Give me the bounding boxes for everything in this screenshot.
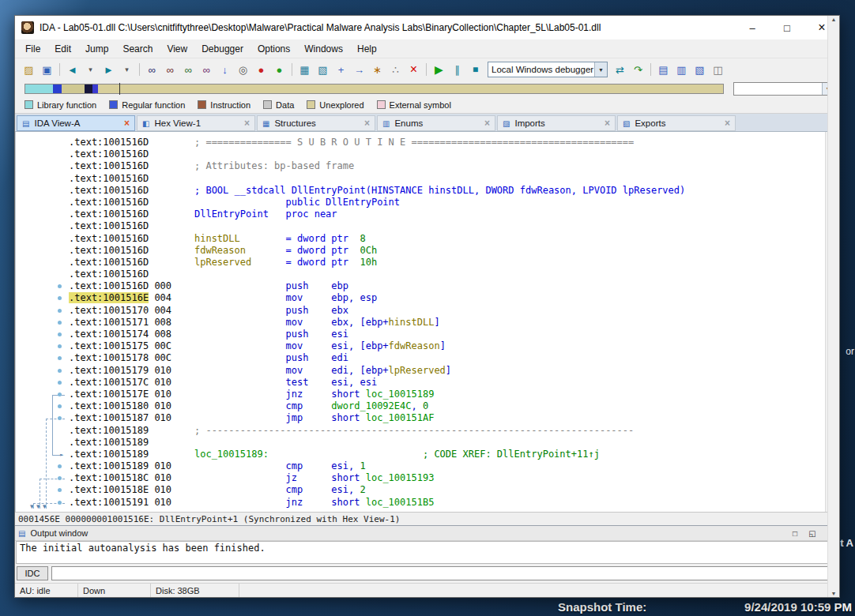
trace-stop-icon[interactable]: ● <box>253 62 269 77</box>
disasm-line[interactable]: .text:1001516D ; Attributes: bp-based fr… <box>16 160 825 172</box>
produce-output-icon[interactable]: ∴ <box>387 62 404 77</box>
tab-ida-view-a[interactable]: ▤IDA View-A× <box>17 115 135 131</box>
edit-function-icon[interactable]: ▧ <box>315 62 331 77</box>
idc-command-input[interactable] <box>51 566 838 580</box>
colorize-icon[interactable]: ∗ <box>369 62 386 77</box>
menu-edit[interactable]: Edit <box>47 41 78 57</box>
navigation-band[interactable] <box>24 84 724 94</box>
disasm-line[interactable]: .text:1001516D hinstDLL = dword ptr 8 <box>16 233 825 245</box>
add-xref-icon[interactable]: + <box>333 62 349 77</box>
dock-button[interactable]: □ <box>789 529 801 538</box>
output-maximize-button[interactable]: ◱ <box>806 529 819 538</box>
disasm-line[interactable]: .text:1001516D <box>16 220 825 232</box>
tab-close-icon[interactable]: × <box>124 118 130 129</box>
disasm-line[interactable]: .text:1001516D ; BOOL __stdcall DllEntry… <box>16 185 825 197</box>
disasm-line[interactable]: .text:1001516D fdwReason = dword ptr 0Ch <box>16 245 825 257</box>
tab-imports[interactable]: ▨Imports× <box>497 115 616 131</box>
scroll-up-icon[interactable]: ▲ <box>831 17 837 22</box>
search-data-icon[interactable]: ∞ <box>162 62 179 77</box>
disasm-line[interactable]: .text:10015171 008 mov ebx, [ebp+hinstDL… <box>16 317 825 329</box>
disassembly-view[interactable]: ►▼▼▼ .text:1001516D ; =============== S … <box>15 132 839 512</box>
search-unexplored-icon[interactable]: ∞ <box>198 62 215 77</box>
save-file-icon[interactable]: ▣ <box>39 62 55 77</box>
disasm-line[interactable]: .text:1001516D DllEntryPoint proc near <box>16 208 825 220</box>
tab-hex-view-1[interactable]: ◧Hex View-1× <box>137 115 255 131</box>
disasm-line[interactable]: .text:1001518E 010 cmp esi, 2 <box>16 484 825 496</box>
disasm-line[interactable]: .text:10015170 004 push ebx <box>16 305 825 317</box>
jump-xref-icon[interactable]: → <box>351 62 367 77</box>
navigate-back-icon[interactable]: ◄ <box>64 62 81 77</box>
debugger-selector[interactable]: Local Windows debugger▼ <box>488 62 608 77</box>
navband-combo[interactable]: ▼ <box>733 82 834 96</box>
breakpoints-icon[interactable]: ▥ <box>673 62 690 77</box>
disasm-line[interactable]: .text:10015187 010 jmp short loc_100151A… <box>16 412 825 424</box>
disasm-line[interactable]: .text:10015179 010 mov edi, [ebp+lpReser… <box>16 365 825 377</box>
menu-debugger[interactable]: Debugger <box>194 41 250 57</box>
navigate-forward-icon[interactable]: ► <box>100 62 117 77</box>
chevron-down-icon[interactable]: ▼ <box>594 62 607 77</box>
disasm-line[interactable]: .text:1001516D lpReserved = dword ptr 10… <box>16 257 825 269</box>
output-window-header[interactable]: ▤ Output window □ ◱ × <box>15 526 839 541</box>
tab-close-icon[interactable]: × <box>605 118 610 129</box>
output-log[interactable]: The initial autoanalysis has been finish… <box>16 541 838 564</box>
start-process-icon[interactable]: ▶ <box>431 62 447 77</box>
menu-jump[interactable]: Jump <box>78 41 115 57</box>
open-file-icon[interactable]: ▨ <box>21 62 37 77</box>
attach-process-icon[interactable]: ⇄ <box>612 62 628 77</box>
jump-next-icon[interactable]: ↓ <box>217 62 233 77</box>
create-function-icon[interactable]: ▦ <box>296 62 313 77</box>
search-icon[interactable]: ◎ <box>235 62 251 77</box>
trace-start-icon[interactable]: ● <box>271 62 288 77</box>
scroll-down-icon[interactable]: ▼ <box>831 591 837 596</box>
navigate-forward-dropdown-icon[interactable]: ▾ <box>119 62 135 77</box>
tab-close-icon[interactable]: × <box>484 118 490 129</box>
navigate-back-dropdown-icon[interactable]: ▾ <box>82 62 99 77</box>
disasm-line[interactable]: .text:10015191 010 jnz short loc_100151B… <box>16 497 825 509</box>
disasm-line[interactable]: .text:1001516D 000 push ebp <box>16 280 825 292</box>
disasm-line[interactable]: .text:1001516D ; =============== S U B R… <box>16 137 825 148</box>
disasm-line[interactable]: .text:1001517C 010 test esi, esi <box>16 377 825 389</box>
stack-depth <box>149 173 194 184</box>
disasm-line[interactable]: .text:1001517E 010 jnz short loc_1001518… <box>16 389 825 400</box>
menu-help[interactable]: Help <box>350 41 384 57</box>
window-list-icon[interactable]: ◫ <box>710 62 726 77</box>
open-subviews-icon[interactable]: ▤ <box>655 62 672 77</box>
menu-search[interactable]: Search <box>115 41 160 57</box>
disasm-line[interactable]: .text:10015189 loc_10015189: ; CODE XREF… <box>16 449 825 460</box>
cancel-icon[interactable]: × <box>405 62 422 77</box>
disasm-line[interactable]: .text:10015189 ; -----------------------… <box>16 425 825 437</box>
tab-exports[interactable]: ▧Exports× <box>617 115 736 131</box>
output-scrollbar[interactable]: ▲ ▼ <box>827 16 839 597</box>
disasm-line[interactable]: .text:10015189 <box>16 437 825 449</box>
menu-file[interactable]: File <box>18 41 47 57</box>
disasm-line[interactable]: .text:1001516D <box>16 269 825 280</box>
disasm-line[interactable]: .text:10015178 00C push edi <box>16 352 825 364</box>
disasm-line[interactable]: .text:1001516D public DllEntryPoint <box>16 197 825 208</box>
tab-close-icon[interactable]: × <box>244 118 250 129</box>
tab-structures[interactable]: ▦Structures× <box>257 115 375 131</box>
menu-view[interactable]: View <box>160 41 194 57</box>
disasm-line[interactable]: .text:1001516E 004 mov ebp, esp <box>16 292 825 304</box>
idc-language-button[interactable]: IDC <box>17 566 48 580</box>
disasm-line[interactable]: .text:10015180 010 cmp dword_10092E4C, 0 <box>16 400 825 412</box>
menu-options[interactable]: Options <box>250 41 297 57</box>
disasm-line[interactable]: .text:10015174 008 push esi <box>16 329 825 340</box>
watches-icon[interactable]: ▧ <box>691 62 708 77</box>
title-bar[interactable]: IDA - Lab05-01.dll C:\Users\cnitfiftythr… <box>15 16 839 39</box>
disasm-line[interactable]: .text:10015189 010 cmp esi, 1 <box>16 460 825 472</box>
step-over-icon[interactable]: ↷ <box>630 62 646 77</box>
menu-windows[interactable]: Windows <box>297 41 350 57</box>
disasm-line[interactable]: .text:1001516D <box>16 173 825 185</box>
tab-enums[interactable]: ▥Enums× <box>377 115 495 131</box>
maximize-button[interactable]: □ <box>770 16 804 39</box>
search-code-icon[interactable]: ∞ <box>144 62 160 77</box>
search-string-icon[interactable]: ∞ <box>180 62 197 77</box>
tab-close-icon[interactable]: × <box>725 118 730 129</box>
tab-close-icon[interactable]: × <box>364 118 370 129</box>
disasm-line[interactable]: .text:1001518C 010 jz short loc_10015193 <box>16 472 825 484</box>
stop-process-icon[interactable]: ■ <box>467 62 484 77</box>
disasm-line[interactable]: .text:1001516D <box>16 148 825 160</box>
minimize-button[interactable]: – <box>735 16 770 39</box>
pause-process-icon[interactable]: ∥ <box>449 62 465 77</box>
disasm-line[interactable]: .text:10015175 00C mov esi, [ebp+fdwReas… <box>16 340 825 352</box>
